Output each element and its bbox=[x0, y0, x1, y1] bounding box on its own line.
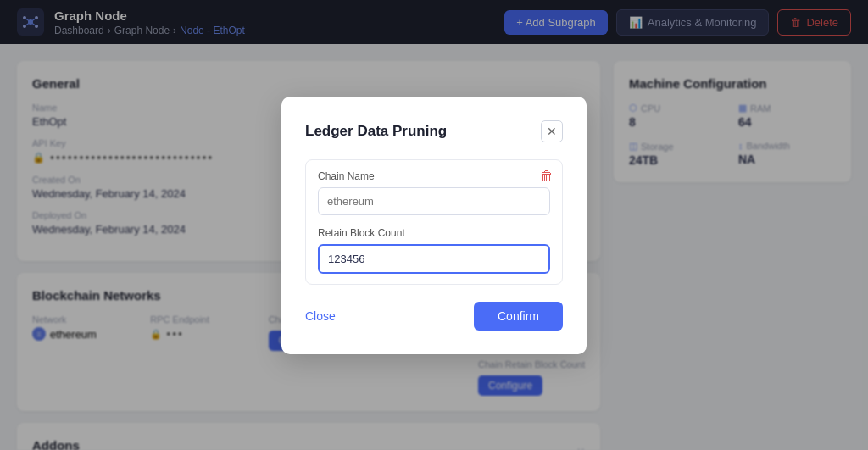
retain-block-input[interactable] bbox=[318, 244, 550, 274]
retain-block-label: Retain Block Count bbox=[318, 227, 550, 239]
ledger-pruning-modal: Ledger Data Pruning ✕ 🗑 Chain Name Retai… bbox=[281, 97, 587, 354]
chain-delete-button[interactable]: 🗑 bbox=[540, 169, 554, 184]
modal-title: Ledger Data Pruning bbox=[305, 123, 447, 140]
chain-item-box: 🗑 Chain Name Retain Block Count bbox=[305, 159, 563, 285]
chain-name-input[interactable] bbox=[318, 187, 550, 215]
confirm-button[interactable]: Confirm bbox=[474, 302, 563, 331]
chain-name-label: Chain Name bbox=[318, 170, 550, 182]
modal-overlay: Ledger Data Pruning ✕ 🗑 Chain Name Retai… bbox=[0, 0, 868, 450]
modal-header: Ledger Data Pruning ✕ bbox=[305, 120, 563, 142]
close-modal-button[interactable]: Close bbox=[305, 309, 336, 323]
modal-footer: Close Confirm bbox=[305, 302, 563, 331]
modal-close-button[interactable]: ✕ bbox=[541, 120, 563, 142]
